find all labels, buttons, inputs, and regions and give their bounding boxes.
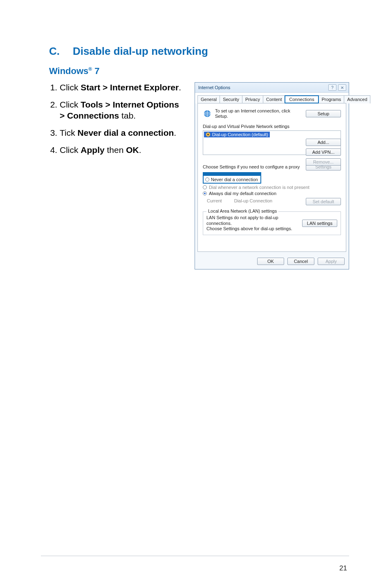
- close-icon: ✕: [341, 85, 344, 90]
- tab-general[interactable]: General: [197, 95, 220, 103]
- dial-whenever-radio[interactable]: [203, 185, 207, 189]
- always-dial-label: Always dial my default connection: [209, 191, 276, 196]
- steps-list: Click Start > Internet Explorer. Click T…: [49, 82, 183, 155]
- remove-button[interactable]: Remove...: [306, 158, 341, 166]
- dialup-vpn-label: Dial-up and Virtual Private Network sett…: [203, 124, 341, 129]
- step-3: Tick Never dial a connection.: [60, 128, 183, 138]
- dialog-title: Internet Options: [198, 85, 230, 90]
- cancel-button[interactable]: Cancel: [287, 258, 314, 265]
- os-name: Windows: [49, 66, 88, 76]
- lan-text: LAN Settings do not apply to dial-up con…: [206, 215, 298, 231]
- never-dial-highlight: Never dial a connection: [203, 172, 261, 184]
- tab-programs[interactable]: Programs: [318, 95, 345, 103]
- section-title: Disable dial-up networking: [73, 45, 208, 58]
- apply-button[interactable]: Apply: [318, 258, 345, 265]
- internet-options-dialog: Internet Options ? ✕ General Security Pr…: [195, 82, 349, 269]
- section-letter: C.: [49, 45, 61, 58]
- close-button[interactable]: ✕: [338, 84, 346, 91]
- lan-settings-group: Local Area Network (LAN) settings LAN Se…: [203, 211, 341, 235]
- proxy-text: Choose Settings if you need to configure…: [203, 164, 300, 169]
- section-heading: C. Disable dial-up networking: [49, 45, 349, 58]
- globe-icon: [203, 109, 212, 118]
- lan-settings-button[interactable]: LAN settings: [302, 220, 337, 227]
- never-dial-radio[interactable]: [205, 177, 209, 182]
- registered-mark: ®: [88, 66, 92, 72]
- step-1: Click Start > Internet Explorer.: [60, 82, 183, 93]
- ok-button[interactable]: OK: [257, 258, 284, 265]
- always-dial-row[interactable]: Always dial my default connection: [203, 191, 341, 196]
- tab-content[interactable]: Content: [263, 95, 285, 103]
- set-default-button[interactable]: Set default: [306, 198, 341, 205]
- help-icon: ?: [331, 85, 334, 90]
- connection-icon: [206, 132, 211, 137]
- setup-button[interactable]: Setup: [306, 110, 341, 117]
- dialog-tabs: General Security Privacy Content Connect…: [195, 93, 349, 103]
- current-connection-row: Current Dial-up Connection: [207, 198, 272, 203]
- current-value: Dial-up Connection: [234, 198, 273, 203]
- tab-advanced[interactable]: Advanced: [344, 95, 370, 103]
- svg-point-3: [207, 134, 209, 135]
- page-divider: [41, 556, 349, 556]
- current-label: Current: [207, 198, 222, 203]
- tab-privacy[interactable]: Privacy: [242, 95, 263, 103]
- tab-security[interactable]: Security: [220, 95, 242, 103]
- connections-panel: To set up an Internet connection, click …: [197, 103, 346, 252]
- page-number: 21: [339, 564, 347, 572]
- os-subheading: Windows® 7: [49, 66, 349, 76]
- setup-text: To set up an Internet connection, click …: [215, 108, 303, 119]
- step-2: Click Tools > Internet Options > Connect…: [60, 99, 183, 121]
- always-dial-radio[interactable]: [203, 191, 207, 195]
- dial-whenever-row[interactable]: Dial whenever a network connection is no…: [203, 185, 341, 190]
- never-dial-label: Never dial a connection: [211, 177, 258, 182]
- dialog-titlebar: Internet Options ? ✕: [195, 83, 349, 93]
- add-button[interactable]: Add...: [306, 139, 341, 146]
- tab-connections[interactable]: Connections: [285, 95, 318, 103]
- dialog-footer: OK Cancel Apply: [195, 254, 349, 269]
- step-4: Click Apply then OK.: [60, 145, 183, 155]
- add-vpn-button[interactable]: Add VPN...: [306, 148, 341, 156]
- lan-legend: Local Area Network (LAN) settings: [206, 209, 278, 213]
- dial-whenever-label: Dial whenever a network connection is no…: [209, 185, 309, 190]
- os-version: 7: [92, 66, 99, 76]
- dialup-connection-item[interactable]: Dial-up Connection (default): [204, 132, 270, 137]
- help-button[interactable]: ?: [328, 84, 336, 91]
